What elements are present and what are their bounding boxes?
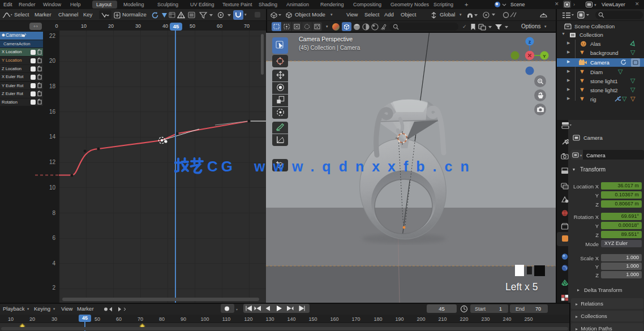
svg-text:z: z xyxy=(529,39,531,45)
svg-text:www.qdnxxfb.cn: www.qdnxxfb.cn xyxy=(254,158,477,174)
svg-text:CG: CG xyxy=(207,158,236,175)
svg-text:Y: Y xyxy=(543,54,546,59)
